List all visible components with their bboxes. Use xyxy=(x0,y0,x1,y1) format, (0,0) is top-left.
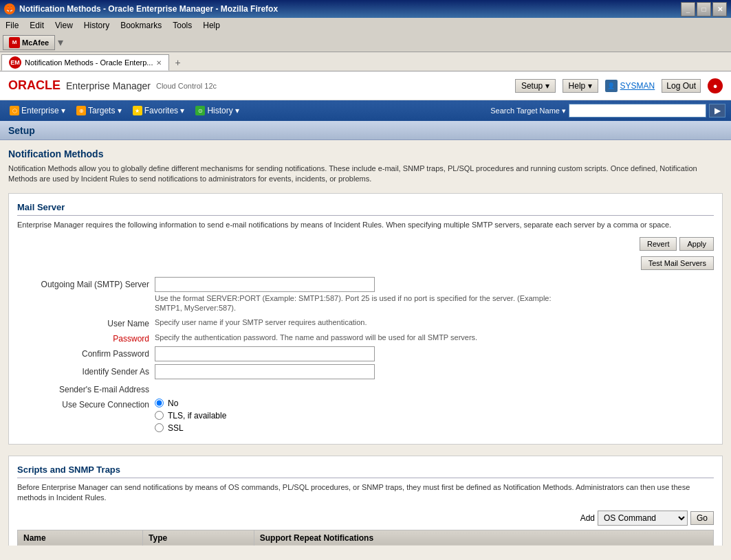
mcafee-button[interactable]: M McAfee xyxy=(3,35,55,50)
radio-no-input[interactable] xyxy=(155,399,164,407)
user-icon: 👤 xyxy=(605,80,618,92)
identify-sender-field-wrap xyxy=(155,364,714,379)
tab-label: Notification Methods - Oracle Enterp... xyxy=(25,58,153,67)
enterprise-label: Enterprise ▾ xyxy=(21,106,65,115)
col-type: Type xyxy=(143,530,254,546)
mcafee-label: McAfee xyxy=(22,38,49,47)
favorites-label: Favorites ▾ xyxy=(144,106,185,115)
add-type-select[interactable]: OS Command PL/SQL Procedure SNMP Trap xyxy=(598,511,688,526)
help-dropdown-button[interactable]: Help ▾ xyxy=(563,79,598,93)
nm-section-title: Notification Methods xyxy=(8,148,723,159)
radio-tls-label: TLS, if available xyxy=(168,411,226,421)
menu-view[interactable]: View xyxy=(50,19,78,32)
menu-tools[interactable]: Tools xyxy=(167,19,197,32)
main-tab[interactable]: EM Notification Methods - Oracle Enterp.… xyxy=(1,54,169,71)
favorites-menu-button[interactable]: ★ Favorites ▾ xyxy=(129,104,189,117)
radio-tls-input[interactable] xyxy=(155,411,164,420)
radio-tls[interactable]: TLS, if available xyxy=(155,411,714,421)
enterprise-icon: ⬡ xyxy=(10,106,19,115)
secure-connection-label: Use Secure Connection xyxy=(17,397,155,410)
tab-close-button[interactable]: ✕ xyxy=(156,59,162,67)
new-tab-button[interactable]: + xyxy=(169,54,186,71)
password-row: Password Specify the authentication pass… xyxy=(17,331,714,344)
scripts-title: Scripts and SNMP Traps xyxy=(17,464,714,478)
menu-edit[interactable]: Edit xyxy=(24,19,50,32)
confirm-password-input[interactable] xyxy=(155,346,375,361)
history-menu-button[interactable]: ⊙ History ▾ xyxy=(191,104,243,117)
menu-history[interactable]: History xyxy=(78,19,115,32)
search-go-button[interactable]: ▶ xyxy=(709,104,725,117)
mail-server-title: Mail Server xyxy=(17,202,714,216)
add-row: Add OS Command PL/SQL Procedure SNMP Tra… xyxy=(17,511,714,526)
history-label: History ▾ xyxy=(207,106,239,115)
menu-bar: File Edit View History Bookmarks Tools H… xyxy=(0,18,731,33)
toolbar: M McAfee ▾ xyxy=(0,33,731,52)
confirm-password-field-wrap xyxy=(155,346,714,361)
radio-ssl-label: SSL xyxy=(168,423,184,433)
em-text: Enterprise Manager xyxy=(66,80,151,91)
setup-dropdown-button[interactable]: Setup ▾ xyxy=(515,79,556,93)
secure-connection-radio-group: No TLS, if available SSL xyxy=(155,397,714,433)
sender-email-label: Sender's E-mail Address xyxy=(17,382,155,394)
apply-button[interactable]: Apply xyxy=(679,237,714,251)
radio-ssl-input[interactable] xyxy=(155,423,164,432)
outgoing-server-field-wrap: Use the format SERVER:PORT (Example: SMT… xyxy=(155,277,714,313)
window-title: Notification Methods - Oracle Enterprise… xyxy=(19,4,278,14)
username-label: User Name xyxy=(17,316,155,328)
revert-button[interactable]: Revert xyxy=(640,237,677,251)
logout-button[interactable]: Log Out xyxy=(662,79,701,93)
username-row: User Name Specify user name if your SMTP… xyxy=(17,316,714,328)
notification-methods-table: Name Type Support Repeat Notifications N… xyxy=(17,530,714,546)
enterprise-menu-button[interactable]: ⬡ Enterprise ▾ xyxy=(6,104,69,117)
targets-menu-button[interactable]: ⊕ Targets ▾ xyxy=(72,104,126,117)
nav-bar: ⬡ Enterprise ▾ ⊕ Targets ▾ ★ Favorites ▾… xyxy=(0,100,731,121)
scripts-desc: Before Enterprise Manager can send notif… xyxy=(17,482,714,504)
minimize-button[interactable]: _ xyxy=(681,2,695,16)
cloud-version: Cloud Control 12c xyxy=(156,82,217,90)
toolbar-dropdown[interactable]: ▾ xyxy=(58,36,63,49)
oracle-logo-text: ORACLE xyxy=(8,78,61,93)
oracle-header: ORACLE Enterprise Manager Cloud Control … xyxy=(0,71,731,100)
em-status-icon: ● xyxy=(708,78,723,93)
targets-icon: ⊕ xyxy=(76,106,86,115)
search-target-label[interactable]: Search Target Name ▾ xyxy=(490,107,566,115)
menu-bookmarks[interactable]: Bookmarks xyxy=(115,19,167,32)
mail-server-actions: Revert Apply xyxy=(17,237,714,251)
oracle-logo: ORACLE Enterprise Manager Cloud Control … xyxy=(8,78,217,93)
identify-sender-input[interactable] xyxy=(155,364,375,379)
radio-no-label: No xyxy=(168,399,178,408)
test-mail-servers-button[interactable]: Test Mail Servers xyxy=(641,256,714,270)
nav-right: Search Target Name ▾ ▶ xyxy=(490,104,725,117)
go-button[interactable]: Go xyxy=(690,511,714,525)
mail-server-box: Mail Server Enterprise Manager requires … xyxy=(8,193,723,445)
radio-ssl[interactable]: SSL xyxy=(155,423,714,433)
outgoing-server-hint: Use the format SERVER:PORT (Example: SMT… xyxy=(155,293,567,313)
add-label: Add xyxy=(580,513,595,523)
firefox-icon: 🦊 xyxy=(4,3,15,14)
radio-no[interactable]: No xyxy=(155,399,714,408)
sender-email-row: Sender's E-mail Address xyxy=(17,382,714,394)
favorites-icon: ★ xyxy=(133,106,142,115)
outgoing-server-row: Outgoing Mail (SMTP) Server Use the form… xyxy=(17,277,714,313)
menu-help[interactable]: Help xyxy=(197,19,226,32)
mcafee-icon: M xyxy=(9,37,20,48)
nav-left: ⬡ Enterprise ▾ ⊕ Targets ▾ ★ Favorites ▾… xyxy=(6,104,243,117)
menu-file[interactable]: File xyxy=(0,19,24,32)
username-link[interactable]: SYSMAN xyxy=(620,81,655,91)
maximize-button[interactable]: □ xyxy=(697,2,711,16)
window-titlebar: 🦊 Notification Methods - Oracle Enterpri… xyxy=(0,0,731,18)
tab-bar: EM Notification Methods - Oracle Enterp.… xyxy=(0,52,731,71)
targets-label: Targets ▾ xyxy=(88,106,122,115)
secure-connection-row: Use Secure Connection No TLS, if availab… xyxy=(17,397,714,433)
username-field-wrap: Specify user name if your SMTP server re… xyxy=(155,316,714,327)
tab-icon: EM xyxy=(9,56,21,69)
outgoing-server-input[interactable] xyxy=(155,277,375,292)
username-hint: Specify user name if your SMTP server re… xyxy=(155,317,567,327)
header-right: Setup ▾ Help ▾ 👤 SYSMAN Log Out ● xyxy=(515,78,723,93)
mail-server-desc: Enterprise Manager requires the followin… xyxy=(17,220,714,230)
search-target-input[interactable] xyxy=(569,104,706,117)
window-controls[interactable]: _ □ ✕ xyxy=(681,2,727,16)
password-field-wrap: Specify the authentication password. The… xyxy=(155,331,714,342)
close-button[interactable]: ✕ xyxy=(712,2,727,16)
col-name: Name xyxy=(18,530,143,546)
